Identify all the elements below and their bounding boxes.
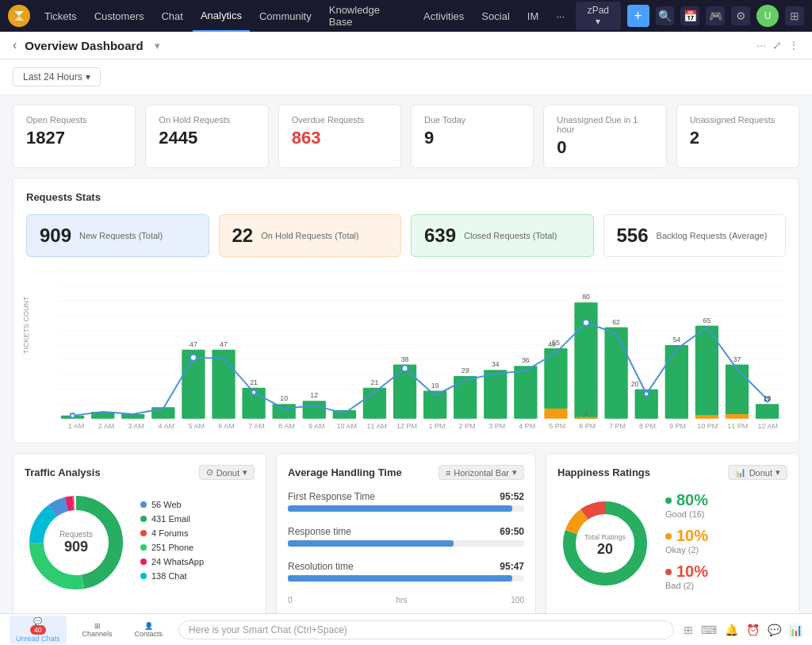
apps-icon[interactable]: ⊞ [785,6,804,25]
stats-row: Open Requests 1827 On Hold Requests 2445… [0,95,812,178]
back-button[interactable]: ‹ [13,38,17,52]
svg-point-50 [402,365,408,371]
x-label-12pm: 12 PM [392,422,422,430]
nav-tickets[interactable]: Tickets [36,0,85,32]
hbar-icon: ≡ [446,468,450,478]
smart-chat-input[interactable]: Here is your Smart Chat (Ctrl+Space) [178,620,674,639]
legend-web: 56 Web [140,500,204,509]
page-title: Overview Dashboard [25,39,143,52]
title-dropdown-icon[interactable]: ▾ [155,40,160,52]
nav-customers[interactable]: Customers [86,0,152,32]
settings-icon[interactable]: ⚙ [731,6,750,25]
x-label-3am: 3 AM [121,422,151,430]
legend-dot-phone [140,544,147,551]
add-button[interactable]: + [627,5,649,27]
options-icon[interactable]: ··· [756,39,766,52]
svg-text:48: 48 [548,340,556,348]
happiness-bad: 10% Bad (2) [665,562,708,590]
bottombar-tab-channels[interactable]: ⊞ Channels [76,620,119,639]
handling-chart-type-button[interactable]: ≡ Horizontal Bar ▾ [439,465,524,480]
bottombar-keyboard-icon[interactable]: ⌨ [701,624,717,636]
traffic-chart-type-button[interactable]: ⊙ Donut ▾ [199,465,255,480]
bottombar-clock-icon[interactable]: ⏰ [746,624,760,636]
summary-num-1: 22 [232,225,254,247]
bottombar-notification-icon[interactable]: 🔔 [725,624,738,636]
top-navigation: Tickets Customers Chat Analytics Communi… [0,0,812,32]
bottombar-chat-icon[interactable]: 💬 [768,624,781,636]
svg-rect-32 [454,376,477,419]
stat-value-0: 1827 [26,128,122,148]
app-logo[interactable] [8,5,30,27]
more-options-icon[interactable]: ⋮ [788,39,799,52]
nav-analytics[interactable]: Analytics [193,0,250,32]
calendar-icon[interactable]: 📅 [680,6,699,25]
svg-text:19: 19 [431,382,439,390]
hbar-first-response: First Response Time 95:52 [288,491,524,512]
happiness-chart-type-button[interactable]: 📊 Donut ▾ [728,465,787,480]
bad-dot [665,569,672,575]
contacts-tab-icon: 👤 [144,622,153,630]
stat-value-3: 9 [424,128,520,148]
svg-text:47: 47 [220,340,228,348]
stat-due-today: Due Today 9 [411,105,534,168]
legend-forums: 4 Forums [140,528,204,538]
handling-ctrl-arrow: ▾ [512,467,517,478]
svg-rect-26 [273,404,296,419]
bottombar-tab-unread-chats[interactable]: 💬 40 Unread Chats [10,616,67,644]
svg-text:7: 7 [584,410,588,417]
svg-point-47 [71,413,75,418]
x-label-11pm: 11 PM [722,422,753,430]
x-label-12am: 12 AM [753,422,783,430]
svg-rect-45 [726,414,749,419]
svg-rect-46 [756,404,779,419]
date-filter-button[interactable]: Last 24 Hours ▾ [13,67,101,86]
svg-text:80: 80 [582,293,590,301]
hbar-response-time: Response time 69:50 [288,526,524,547]
nav-more[interactable]: ··· [548,0,573,32]
svg-text:36: 36 [522,356,530,364]
svg-rect-43 [695,416,718,419]
svg-rect-36 [544,409,567,419]
stat-overdue: Overdue Requests 863 [278,105,401,168]
nav-chat[interactable]: Chat [153,0,190,32]
summary-lbl-3: Backlog Requests (Average) [657,231,768,240]
svg-rect-33 [484,370,507,419]
user-avatar[interactable]: U [756,5,779,27]
x-label-6pm: 6 PM [573,422,603,430]
svg-text:47: 47 [190,340,197,348]
happiness-center-label: Total Ratings [577,532,633,540]
bottombar-tab-contacts[interactable]: 👤 Contacts [128,620,170,639]
nav-activities[interactable]: Activities [416,0,472,32]
bottombar-chart-icon[interactable]: 📊 [789,624,802,636]
x-label-4pm: 4 PM [512,422,542,430]
game-icon[interactable]: 🎮 [706,6,725,25]
search-icon[interactable]: 🔍 [656,6,675,25]
bottom-panels: Traffic Analysis ⊙ Donut ▾ [0,453,812,613]
nav-social[interactable]: Social [473,0,517,32]
hbar-fill-1 [288,540,454,547]
workspace-selector[interactable]: zPad ▾ [576,2,621,30]
okay-dot [665,533,672,539]
bottombar-grid-icon[interactable]: ⊞ [684,624,693,636]
filter-arrow-icon: ▾ [86,71,90,83]
happiness-area: Total Ratings 20 80% Good (16) [557,491,787,598]
legend-dot-web [140,501,147,508]
contacts-label: Contacts [135,630,163,638]
x-label-5am: 5 AM [182,422,212,430]
svg-rect-34 [514,366,537,418]
nav-community[interactable]: Community [251,0,320,32]
stat-unassigned: Unassigned Requests 2 [676,105,799,168]
expand-icon[interactable]: ⤢ [772,39,782,52]
stat-label-5: Unassigned Requests [690,115,786,125]
svg-rect-41 [665,345,688,419]
svg-point-48 [190,355,197,361]
happiness-panel-title: Happiness Ratings [557,466,650,478]
svg-text:38: 38 [401,355,409,363]
svg-marker-0 [14,11,24,16]
summary-num-0: 909 [40,225,71,247]
nav-im[interactable]: IM [519,0,546,32]
nav-knowledge-base[interactable]: Knowledge Base [321,0,414,32]
x-label-2pm: 2 PM [452,422,482,430]
stat-value-5: 2 [690,128,786,148]
hbar-fill-0 [288,505,512,512]
